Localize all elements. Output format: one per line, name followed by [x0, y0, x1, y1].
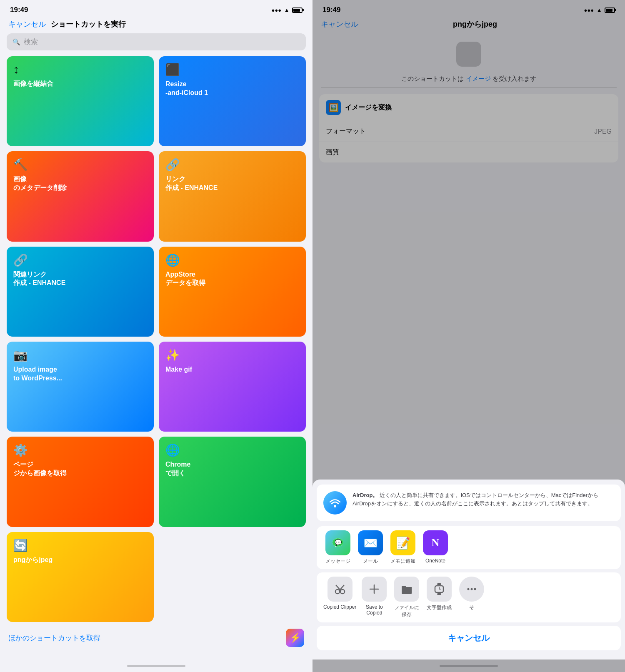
mail-icon: ✉️: [358, 530, 383, 555]
left-cancel-button[interactable]: キャンセル: [8, 19, 46, 29]
airdrop-description: 近くの人と簡単に共有できます。iOSではコントロールセンターから、MacではFi…: [352, 492, 598, 507]
left-status-bar: 19:49 ●●● ▲: [0, 0, 312, 17]
action-save-to-files[interactable]: ファイルに保存: [392, 577, 421, 618]
shortcut-card-s4[interactable]: 🔗 リンク作成 - ENHANCE: [159, 151, 306, 241]
shortcut-label-s2: Resize-and-iCloud 1: [165, 80, 299, 97]
copied-clipper-label: Copied Clipper: [323, 604, 356, 610]
messages-svg: 💬: [331, 536, 345, 550]
shortcut-label-s10: Chromeで開く: [165, 460, 299, 478]
search-placeholder: 検索: [24, 37, 38, 47]
share-actions-row: Copied Clipper Save toCopied: [317, 572, 621, 622]
shortcut-icon-s8: ✨: [165, 348, 299, 362]
wifi-icon: ▲: [284, 7, 290, 13]
shortcut-label-s3: 画像のメタデータ削除: [13, 175, 147, 192]
shortcut-icon-s3: 🔨: [13, 158, 147, 172]
shortcut-card-s11[interactable]: 🔄 pngからjpeg: [7, 532, 154, 622]
svg-rect-13: [437, 593, 441, 595]
folder-icon: [400, 582, 413, 596]
shortcut-card-s6[interactable]: 🌐 AppStoreデータを取得: [159, 247, 306, 337]
shortcut-card-s7[interactable]: 📷 Upload imageto WordPress...: [7, 342, 154, 432]
share-sheet-cancel-label: キャンセル: [448, 633, 490, 642]
shortcut-label-s4: リンク作成 - ENHANCE: [165, 175, 299, 192]
share-apps-row: 💬 メッセージ ✉️ メール 📝 メモに追加: [317, 526, 621, 569]
search-icon: 🔍: [12, 38, 20, 46]
left-footer: ほかのショートカットを取得 ⚡: [0, 622, 312, 660]
onenote-icon: N: [423, 530, 448, 555]
airdrop-section: AirDrop。 近くの人と簡単に共有できます。iOSではコントロールセンターか…: [317, 485, 621, 521]
shortcut-label-s8: Make gif: [165, 365, 299, 374]
get-shortcuts-link[interactable]: ほかのショートカットを取得: [8, 633, 100, 643]
notes-icon: 📝: [390, 530, 415, 555]
create-watchface-icon: [427, 577, 452, 602]
watch-icon: [432, 582, 446, 596]
shortcut-card-s2[interactable]: ⬛ Resize-and-iCloud 1: [159, 56, 306, 146]
save-to-files-label: ファイルに保存: [394, 604, 419, 618]
left-header: キャンセル ショートカットを実行: [0, 17, 312, 33]
onenote-label: OneNote: [425, 558, 445, 564]
messages-label: メッセージ: [325, 558, 350, 565]
svg-rect-12: [437, 583, 441, 585]
battery-icon: [292, 7, 302, 13]
svg-point-6: [335, 590, 340, 594]
share-app-onenote[interactable]: N OneNote: [421, 530, 450, 565]
share-sheet: AirDrop。 近くの人と簡単に共有できます。iOSではコントロールセンターか…: [312, 480, 625, 660]
messages-icon: 💬: [325, 530, 350, 555]
shortcut-label-s5: 関連リンク作成 - ENHANCE: [13, 270, 147, 288]
mail-label: メール: [363, 558, 378, 565]
shortcuts-app-icon[interactable]: ⚡: [286, 629, 304, 647]
svg-text:💬: 💬: [335, 539, 342, 546]
shortcut-icon-s1: ↕: [13, 63, 147, 76]
create-watchface-label: 文字盤作成: [427, 604, 452, 611]
save-to-copied-icon: [362, 577, 387, 602]
svg-point-17: [468, 588, 470, 590]
share-app-mail[interactable]: ✉️ メール: [356, 530, 385, 565]
shortcut-icon-s7: 📷: [13, 348, 147, 362]
search-bar[interactable]: 🔍 検索: [7, 33, 306, 50]
shortcut-card-s8[interactable]: ✨ Make gif: [159, 342, 306, 432]
airdrop-wifi-icon: [328, 496, 342, 510]
save-to-files-icon: [394, 577, 419, 602]
shortcut-card-s5[interactable]: 🔗 関連リンク作成 - ENHANCE: [7, 247, 154, 337]
shortcut-card-s3[interactable]: 🔨 画像のメタデータ削除: [7, 151, 154, 241]
svg-point-18: [471, 588, 473, 590]
shortcut-label-s1: 画像を縦結合: [13, 80, 147, 88]
save-to-copied-label: Save toCopied: [366, 604, 383, 616]
dots-icon: [465, 582, 478, 596]
shortcut-icon-s9: ⚙️: [13, 443, 147, 457]
share-sheet-overlay: AirDrop。 近くの人と簡単に共有できます。iOSではコントロールセンターか…: [312, 0, 625, 672]
shortcut-label-s7: Upload imageto WordPress...: [13, 365, 147, 383]
left-panel: 19:49 ●●● ▲ キャンセル ショートカットを実行 🔍 検索 ↕ 画像を縦…: [0, 0, 312, 672]
shortcut-label-s11: pngからjpeg: [13, 556, 147, 565]
action-save-to-copied[interactable]: Save toCopied: [360, 577, 389, 618]
svg-point-7: [340, 590, 345, 594]
shortcut-icon-s10: 🌐: [165, 443, 299, 457]
action-create-watchface[interactable]: 文字盤作成: [425, 577, 454, 618]
shortcut-card-s1[interactable]: ↕ 画像を縦結合: [7, 56, 154, 146]
more-icon: [459, 577, 484, 602]
right-home-indicator: [312, 660, 625, 672]
shortcut-icon-s11: 🔄: [13, 539, 147, 552]
shortcut-icon-s6: 🌐: [165, 253, 299, 267]
left-home-indicator: [0, 660, 312, 672]
shortcuts-app-icon-glyph: ⚡: [290, 632, 301, 643]
shortcut-card-s9[interactable]: ⚙️ ページジから画像を取得: [7, 437, 154, 527]
share-app-notes[interactable]: 📝 メモに追加: [388, 530, 418, 565]
shortcut-icon-s2: ⬛: [165, 63, 299, 77]
action-copied-clipper[interactable]: Copied Clipper: [323, 577, 356, 618]
shortcut-label-s6: AppStoreデータを取得: [165, 270, 299, 288]
more-label: そ: [469, 604, 474, 611]
left-status-icons: ●●● ▲: [272, 7, 302, 13]
left-page-title: ショートカットを実行: [51, 19, 126, 29]
share-sheet-cancel-button[interactable]: キャンセル: [317, 626, 621, 650]
shortcut-card-s10[interactable]: 🌐 Chromeで開く: [159, 437, 306, 527]
action-more[interactable]: そ: [457, 577, 486, 618]
svg-point-0: [334, 505, 336, 507]
shortcuts-grid: ↕ 画像を縦結合 ⬛ Resize-and-iCloud 1 🔨 画像のメタデー…: [0, 56, 312, 622]
airdrop-icon: [323, 491, 347, 515]
right-panel: 19:49 ●●● ▲ キャンセル pngからjpeg このショートカットは イ…: [312, 0, 625, 672]
share-app-messages[interactable]: 💬 メッセージ: [323, 530, 352, 565]
copied-clipper-icon: [328, 577, 352, 602]
airdrop-text: AirDrop。 近くの人と簡単に共有できます。iOSではコントロールセンターか…: [352, 491, 614, 507]
signal-icon: ●●●: [272, 7, 282, 13]
plus-icon: [368, 582, 381, 596]
